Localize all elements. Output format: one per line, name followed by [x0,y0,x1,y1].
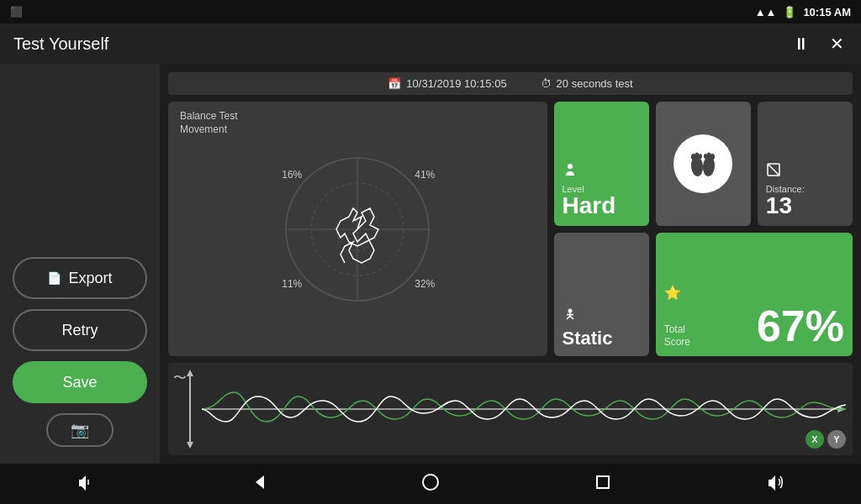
distance-icon [766,162,844,181]
save-button[interactable]: Save [13,361,147,403]
volume-up-button[interactable] [749,466,801,502]
tiles-row: Balance TestMovement 16% 41% 11% 32% [168,102,853,356]
svg-rect-26 [597,476,609,488]
distance-tile: Distance: 13 [758,102,853,226]
volume-down-button[interactable] [60,466,112,502]
wifi-icon: ▲▲ [755,6,777,18]
calendar-icon: 📅 [388,77,401,90]
date-info: 📅 10/31/2019 10:15:05 [388,77,506,90]
close-button[interactable]: ✕ [827,30,848,57]
svg-point-25 [423,475,438,490]
app-status-icon: ⬛ [10,6,23,18]
timer-icon: ⏱ [541,77,552,90]
svg-point-9 [699,154,702,159]
timer-info: ⏱ 20 seconds test [541,77,633,90]
star-icon: ⭐ [664,285,844,301]
screenshot-button[interactable]: 📷 [46,413,114,447]
chart-area: 〜 X Y [168,363,853,455]
status-bar: ⬛ ▲▲ 🔋 10:15 AM [0,0,861,24]
retry-button[interactable]: Retry [13,309,147,351]
status-bar-right: ▲▲ 🔋 10:15 AM [755,6,851,18]
camera-icon: 📷 [71,421,89,439]
time-display: 10:15 AM [803,6,851,18]
y-button[interactable]: Y [827,430,846,449]
x-button[interactable]: X [806,430,824,449]
sidebar: 📄 Export Retry Save 📷 [0,64,160,464]
pct-bottom-left: 11% [282,278,302,290]
svg-line-15 [768,164,779,176]
static-tile: Static [554,233,649,357]
balance-card: Balance TestMovement 16% 41% 11% 32% [168,102,547,356]
home-button[interactable] [404,466,457,502]
svg-point-13 [704,154,707,159]
xy-buttons: X Y [806,430,846,449]
content-area: 📅 10/31/2019 10:15:05 ⏱ 20 seconds test … [160,64,861,464]
info-bar: 📅 10/31/2019 10:15:05 ⏱ 20 seconds test [168,72,853,95]
battery-icon: 🔋 [783,6,796,18]
nav-bar [0,464,861,504]
total-score-tile: ⭐ TotalScore 67% [656,233,853,357]
recents-button[interactable] [577,466,629,502]
page-title: Test Yourself [13,34,108,54]
pct-bottom-right: 32% [415,278,435,290]
balance-title: Balance TestMovement [180,110,238,136]
level-icon [563,162,641,181]
pct-top-right: 41% [415,169,435,181]
pct-top-left: 16% [282,169,302,181]
foot-circle [673,134,732,193]
app-bar: Test Yourself ⏸ ✕ [0,24,861,64]
wave-icon: 〜 [173,370,187,387]
svg-point-12 [707,152,711,158]
chart-svg [202,375,846,443]
app-bar-actions: ⏸ ✕ [790,30,848,57]
svg-marker-24 [256,475,264,489]
back-button[interactable] [232,466,284,502]
status-bar-left: ⬛ [10,6,23,18]
svg-point-8 [695,152,700,158]
main-layout: 📄 Export Retry Save 📷 📅 10/31/2019 10:15… [0,64,861,464]
feet-tile [656,102,751,226]
static-icon [563,307,641,326]
radar-chart: 16% 41% 11% 32% [273,145,441,313]
pdf-icon: 📄 [47,271,61,285]
pause-button[interactable]: ⏸ [790,31,813,57]
export-button[interactable]: 📄 Export [13,257,147,299]
right-tiles: Level Hard [554,102,853,356]
svg-point-5 [568,164,573,169]
svg-point-16 [568,309,572,313]
level-tile: Level Hard [554,102,649,226]
